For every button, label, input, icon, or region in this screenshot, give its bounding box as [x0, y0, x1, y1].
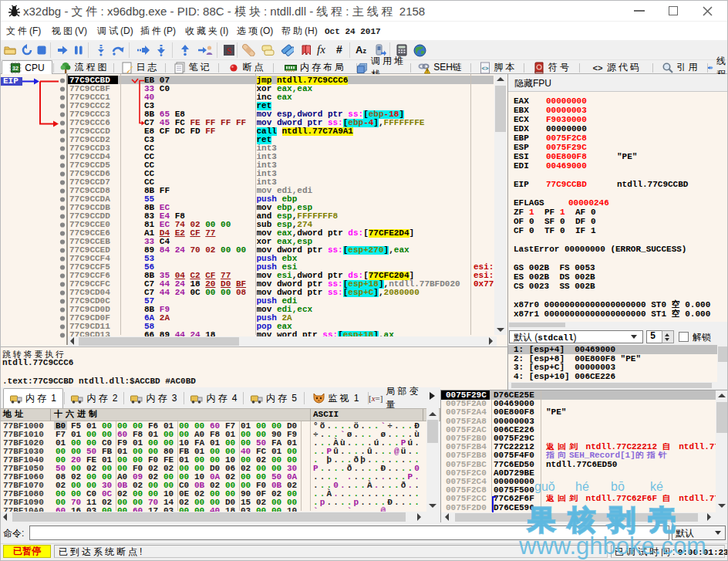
svg-text:<>: <>	[592, 64, 603, 73]
svg-text:<>: <>	[481, 66, 489, 72]
svg-text:!: !	[426, 69, 428, 73]
svg-text:S: S	[227, 46, 232, 56]
svg-text:32: 32	[12, 66, 19, 71]
